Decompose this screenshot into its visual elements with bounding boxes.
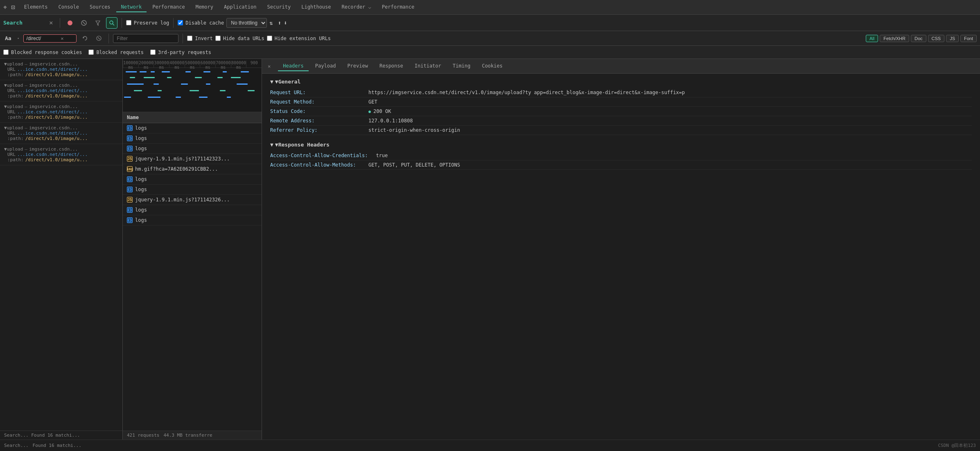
access-methods-row: Access-Control-Allow-Methods: GET, POST,… <box>270 160 972 170</box>
filter-doc-button[interactable]: Doc <box>911 35 926 42</box>
search-button[interactable] <box>106 17 117 29</box>
referrer-policy-row: Referrer Policy: strict-origin-when-cros… <box>270 126 972 135</box>
search-result-item-5[interactable]: ▼upload—imgservice.csdn... URL...ice.csd… <box>0 144 122 165</box>
access-credentials-value: true <box>376 153 972 158</box>
svg-point-4 <box>110 21 113 24</box>
transfer-size: 44.3 MB transferre <box>163 433 212 438</box>
network-item-7[interactable]: {} logs <box>123 185 262 195</box>
disable-cache-checkbox[interactable] <box>178 20 183 25</box>
bottom-found-text: Found 16 matchi... <box>33 443 81 448</box>
search-options-button[interactable] <box>93 33 104 44</box>
hide-ext-urls-checkbox[interactable] <box>267 36 272 41</box>
search-result-item-3[interactable]: ▼upload—imgservice.csdn... URL...ice.csd… <box>0 101 122 123</box>
search-result-item-2[interactable]: ▼upload—imgservice.csdn... URL...ice.csd… <box>0 80 122 101</box>
import-icon[interactable]: ⬆ <box>278 20 281 26</box>
network-item-1[interactable]: {} logs <box>123 123 262 133</box>
clear-search-icon[interactable]: ✕ <box>61 36 63 41</box>
tab-lighthouse[interactable]: Lighthouse <box>296 2 336 12</box>
network-items-list: {} logs {} logs {} logs JS jquery-1.9.1.… <box>123 123 262 431</box>
tab-timing[interactable]: Timing <box>448 61 475 71</box>
net-icon-8: JS <box>127 197 133 203</box>
filter-js-button[interactable]: JS <box>946 35 959 42</box>
preserve-log-checkbox[interactable] <box>126 20 131 25</box>
network-item-3[interactable]: {} logs <box>123 144 262 154</box>
blocked-requests-label[interactable]: Blocked requests <box>88 50 144 55</box>
blocked-cookies-checkbox[interactable] <box>3 50 9 55</box>
filter-font-button[interactable]: Font <box>960 35 977 42</box>
tab-security[interactable]: Security <box>262 2 296 12</box>
tab-payload[interactable]: Payload <box>310 61 341 71</box>
tab-elements[interactable]: Elements <box>19 2 53 12</box>
tab-recorder[interactable]: Recorder ⌵ <box>337 2 376 12</box>
network-item-10[interactable]: {} logs <box>123 215 262 226</box>
path-line-1: :path:/direct/v1.0/image/u... <box>4 72 118 77</box>
tab-response[interactable]: Response <box>375 61 408 71</box>
detail-tabs-bar: ✕ Headers Payload Preview Response Initi… <box>262 59 980 74</box>
hide-data-urls-checkbox[interactable] <box>215 36 221 41</box>
hide-data-urls-label[interactable]: Hide data URLs <box>215 36 264 41</box>
tab-preview[interactable]: Preview <box>342 61 373 71</box>
invert-label[interactable]: Invert <box>187 36 212 41</box>
bottom-status-bar: Search... Found 16 matchi... CSDN @田本初12… <box>0 440 980 451</box>
net-item-name-2: logs <box>135 135 147 141</box>
path-line-3: :path:/direct/v1.0/image/u... <box>4 115 118 120</box>
tab-performance-insights[interactable]: Performance <box>377 2 419 12</box>
network-item-5[interactable]: img hm.gif?hca=7A62E06291CBB2... <box>123 164 262 174</box>
export-icon[interactable]: ⬇ <box>284 20 287 26</box>
url-line-4: URL...ice.csdn.net/direct/... <box>4 131 118 136</box>
search-result-item-1[interactable]: ▼upload—imgservice.csdn... URL...ice.csd… <box>0 59 122 80</box>
network-conditions-icon[interactable]: ⇅ <box>269 20 273 26</box>
search-status: Search... Found 16 matchi... <box>0 431 122 440</box>
remote-address-row: Remote Address: 127.0.0.1:10808 <box>270 116 972 126</box>
hide-ext-urls-label[interactable]: Hide extension URLs <box>267 36 331 41</box>
tab-network[interactable]: Network <box>116 2 147 12</box>
filter-input[interactable] <box>113 34 178 43</box>
filter-button[interactable] <box>92 17 104 29</box>
close-detail-button[interactable]: ✕ <box>265 63 273 70</box>
tab-headers[interactable]: Headers <box>278 61 309 71</box>
net-icon-4: JS <box>127 156 133 162</box>
options-button[interactable]: · <box>16 34 21 42</box>
url-line-5: URL...ice.csdn.net/direct/... <box>4 152 118 157</box>
tab-memory[interactable]: Memory <box>191 2 218 12</box>
upload-header-2: ▼upload—imgservice.csdn... <box>4 83 118 88</box>
layout-icon[interactable]: ⊡ <box>11 3 15 11</box>
url-line-3: URL...ice.csdn.net/direct/... <box>4 109 118 115</box>
disable-cache-label[interactable]: Disable cache <box>178 20 224 26</box>
clear-button[interactable] <box>78 17 90 29</box>
tab-console[interactable]: Console <box>53 2 84 12</box>
devtools-icons: ⌖ ⊡ <box>3 3 15 11</box>
request-url-row: Request URL: https://imgservice.csdn.net… <box>270 88 972 97</box>
invert-checkbox[interactable] <box>187 36 192 41</box>
filter-fetch-xhr-button[interactable]: Fetch/XHR <box>880 35 909 42</box>
network-item-4[interactable]: JS jquery-1.9.1.min.js?171142323... <box>123 154 262 164</box>
close-search-button[interactable]: × <box>47 18 56 27</box>
throttle-select[interactable]: No throttling <box>226 18 267 28</box>
blocked-cookies-label[interactable]: Blocked response cookies <box>3 50 82 55</box>
tick-300k: 300000 ms <box>154 61 169 68</box>
network-item-9[interactable]: {} logs <box>123 205 262 215</box>
blocked-requests-checkbox[interactable] <box>88 50 94 55</box>
tab-cookies[interactable]: Cookies <box>477 61 508 71</box>
filter-all-button[interactable]: All <box>866 35 878 42</box>
filter-css-button[interactable]: CSS <box>928 35 945 42</box>
search-result-item-4[interactable]: ▼upload—imgservice.csdn... URL...ice.csd… <box>0 123 122 144</box>
search-input[interactable] <box>26 36 59 41</box>
preserve-log-label[interactable]: Preserve log <box>126 20 169 26</box>
tab-initiator[interactable]: Initiator <box>410 61 446 71</box>
refresh-search-button[interactable] <box>79 33 90 44</box>
tab-application[interactable]: Application <box>219 2 261 12</box>
font-size-button[interactable]: Aa <box>3 34 13 42</box>
net-icon-10: {} <box>127 217 133 223</box>
network-item-2[interactable]: {} logs <box>123 133 262 144</box>
third-party-label[interactable]: 3rd-party requests <box>150 50 211 55</box>
network-item-8[interactable]: JS jquery-1.9.1.min.js?171142326... <box>123 195 262 205</box>
net-item-name-3: logs <box>135 146 147 151</box>
tab-sources[interactable]: Sources <box>85 2 115 12</box>
third-party-checkbox[interactable] <box>150 50 156 55</box>
tab-performance[interactable]: Performance <box>147 2 190 12</box>
record-button[interactable] <box>64 17 76 29</box>
network-item-6[interactable]: {} logs <box>123 174 262 185</box>
cursor-icon[interactable]: ⌖ <box>3 3 7 11</box>
net-icon-3: {} <box>127 146 133 151</box>
